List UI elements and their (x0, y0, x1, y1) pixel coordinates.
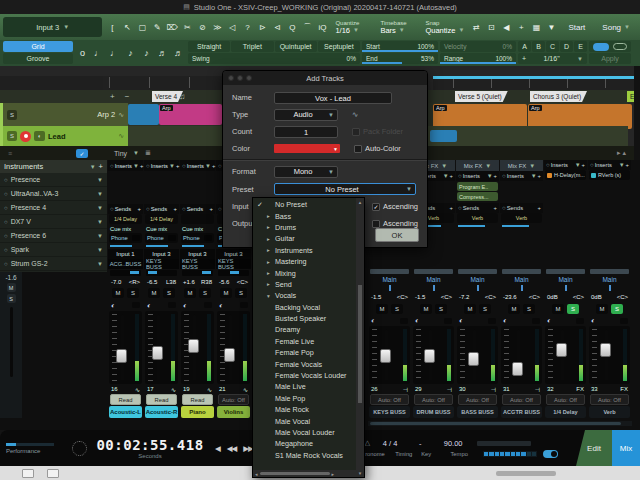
dropdown-vscrollbar[interactable]: ▴▾ (356, 198, 364, 477)
input-selector[interactable]: Input 3▼ (3, 17, 102, 37)
fader[interactable] (501, 326, 542, 384)
pan-slider[interactable] (456, 285, 499, 292)
instrument-item[interactable]: ○ Strum GS-2 ▼ (0, 257, 107, 271)
note-value-button[interactable]: ♬ (155, 42, 170, 65)
link-icon[interactable] (620, 318, 628, 324)
tool-icon[interactable]: ✂ (180, 18, 194, 36)
mixfx-header[interactable]: Mix FX ▼ (456, 160, 499, 171)
channel-name[interactable]: Piano (181, 406, 214, 418)
mute-button[interactable]: M (148, 288, 160, 298)
pan-slider[interactable] (218, 270, 249, 276)
preset-item[interactable]: Backing Vocal (253, 302, 356, 313)
automation-mode-button[interactable]: Auto: Off (502, 394, 541, 405)
inserts-header[interactable]: ○ Inserts ▼ + (588, 160, 631, 170)
auto-color-checkbox[interactable] (354, 145, 362, 153)
time-signature[interactable]: 4 / 4 (375, 439, 405, 448)
tool-icon[interactable]: ⌒ (300, 18, 314, 36)
preset-item[interactable]: Male Vocal Louder (253, 427, 356, 438)
tool-icon[interactable]: ▢ (135, 18, 149, 36)
insert-plugin[interactable]: Program E.. (457, 182, 498, 191)
automation-mode-button[interactable]: Auto: Off (218, 394, 249, 405)
gain-readout[interactable]: -1.5 (415, 294, 425, 300)
quantize-preset-button[interactable]: A (518, 41, 531, 52)
menu-icon[interactable]: ≡ (8, 150, 12, 157)
solo-button[interactable]: S (127, 288, 139, 298)
output-assignment[interactable]: Main (456, 274, 499, 285)
link-icon[interactable] (532, 318, 540, 324)
output-assignment[interactable]: Main (412, 274, 455, 285)
grid-resolution[interactable]: 1/16" (544, 55, 560, 62)
automation-mode-button[interactable]: Auto: Off (546, 394, 585, 405)
gain-readout[interactable]: 0dB (547, 294, 558, 300)
mute-button[interactable]: M (112, 288, 124, 298)
feel-button[interactable]: Triplet (231, 41, 273, 52)
add-insert-button[interactable]: + (140, 163, 143, 169)
preset-item[interactable]: Female Pop (253, 347, 356, 358)
link-icon[interactable] (168, 302, 176, 308)
fader-handle[interactable] (424, 349, 435, 363)
channel-name[interactable]: 1/4 Delay (545, 406, 586, 418)
channel-name[interactable]: KEYS BUSS (369, 406, 410, 418)
pan-readout[interactable]: <R> (129, 279, 140, 285)
feel-button[interactable]: Straight (188, 41, 230, 52)
preset-item[interactable]: Busted Speaker (253, 313, 356, 324)
apply-button[interactable]: Apply (601, 55, 619, 62)
power-icon[interactable]: ○ (4, 205, 8, 211)
marker-chorus3[interactable]: Chorus 3 (Quiet) (530, 91, 587, 102)
shield-check-icon[interactable]: ✓ (76, 149, 88, 158)
preset-item[interactable]: Megaphone (253, 438, 356, 449)
inserts-header[interactable]: ○ Inserts ▼ + (544, 160, 587, 170)
cue-output[interactable]: Phone (109, 233, 142, 243)
input-quantize-icon[interactable] (593, 43, 609, 51)
solo-button[interactable]: S (199, 288, 211, 298)
tool-icon[interactable]: Q (285, 18, 299, 36)
instrument-item[interactable]: ○ Presence 6 ▼ (0, 229, 107, 243)
pan-readout[interactable]: <C> (529, 294, 540, 300)
preset-item[interactable]: ▸ Guitar (253, 233, 356, 244)
tool-icon[interactable]: ? (240, 18, 254, 36)
insert-plugin[interactable]: H-Delay(m... (545, 170, 586, 180)
gain-readout[interactable]: +1.6 (183, 279, 195, 285)
toolbar-icon[interactable]: + (514, 18, 528, 36)
note-value-button[interactable]: o (75, 42, 90, 65)
preset-item[interactable]: ▸ Send (253, 279, 356, 290)
fader[interactable] (545, 326, 586, 384)
tool-icon[interactable]: ⊘ (195, 18, 209, 36)
window-icon[interactable] (47, 469, 59, 478)
automation-icon[interactable]: ∿ (135, 386, 140, 393)
stereo-icon[interactable]: ◐ (219, 302, 223, 309)
solo-chip[interactable]: S (7, 131, 17, 141)
pack-folder-checkbox[interactable] (352, 128, 360, 136)
channel-name[interactable]: Acoustic-L (109, 406, 142, 418)
link-icon[interactable] (444, 318, 452, 324)
mixfx-header[interactable]: Mix FX ▼ (500, 160, 543, 171)
fader[interactable] (217, 311, 250, 385)
power-icon[interactable]: ○ (4, 247, 8, 253)
preset-item[interactable]: Female Vocals Louder (253, 370, 356, 381)
fader[interactable] (589, 326, 630, 384)
add-insert-button[interactable]: + (582, 162, 585, 168)
power-icon[interactable]: ○ (4, 219, 8, 225)
track-header[interactable]: S Arp 2 ∿ (0, 103, 128, 126)
window-buttons[interactable] (228, 75, 252, 81)
scroll-right-arrow[interactable]: ▸ ▴ (617, 149, 626, 157)
sends-header[interactable]: ○ Sends + (108, 204, 143, 214)
pan-readout[interactable]: L38 (166, 279, 176, 285)
tool-icon[interactable]: ⊳ (255, 18, 269, 36)
output-ascending-checkbox[interactable] (372, 220, 380, 228)
type-select[interactable]: Audio▼ (274, 109, 338, 121)
insert-plugin[interactable]: RVerb (s) (589, 170, 630, 180)
toolbar-icon[interactable]: ⊡ (484, 18, 498, 36)
mute-button[interactable]: M (464, 304, 476, 314)
inserts-header[interactable]: ○ Inserts ▼ + (456, 171, 499, 181)
add-preset-button[interactable]: + (522, 55, 526, 62)
fader-handle[interactable] (116, 349, 127, 363)
mute-button[interactable]: M (376, 304, 388, 314)
loop-icon[interactable] (613, 43, 627, 50)
solo-button[interactable]: S (235, 288, 247, 298)
instrument-item[interactable]: ○ DX7 V ▼ (0, 215, 107, 229)
start-slider[interactable]: Start100% (362, 41, 438, 52)
pan-slider[interactable] (412, 285, 455, 292)
remove-track-button[interactable]: − (125, 92, 130, 101)
window-icon[interactable] (22, 469, 34, 478)
